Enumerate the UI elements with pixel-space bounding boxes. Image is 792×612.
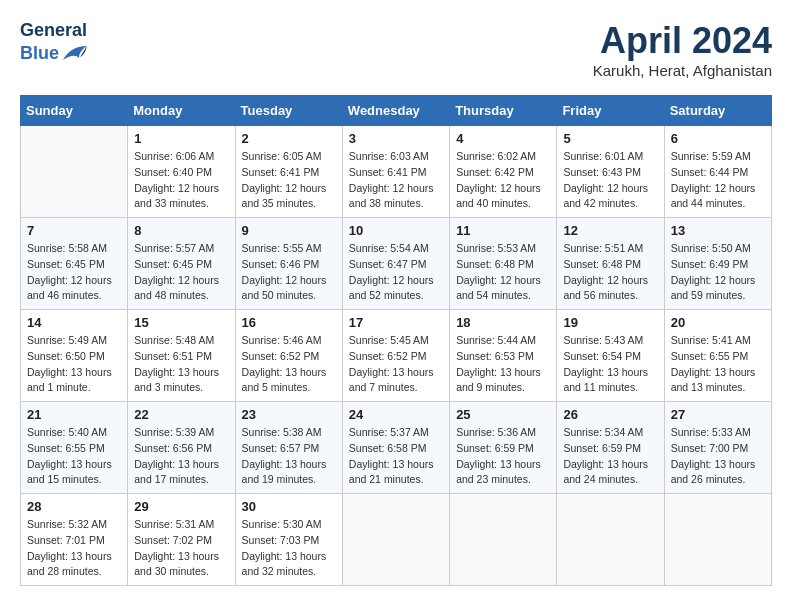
day-number: 1 [134, 131, 228, 146]
day-number: 2 [242, 131, 336, 146]
calendar-cell: 3Sunrise: 6:03 AM Sunset: 6:41 PM Daylig… [342, 126, 449, 218]
day-info: Sunrise: 5:45 AM Sunset: 6:52 PM Dayligh… [349, 333, 443, 396]
calendar-cell: 7Sunrise: 5:58 AM Sunset: 6:45 PM Daylig… [21, 218, 128, 310]
day-number: 15 [134, 315, 228, 330]
day-info: Sunrise: 5:40 AM Sunset: 6:55 PM Dayligh… [27, 425, 121, 488]
day-number: 23 [242, 407, 336, 422]
weekday-header: Sunday [21, 96, 128, 126]
weekday-header: Thursday [450, 96, 557, 126]
calendar-cell: 13Sunrise: 5:50 AM Sunset: 6:49 PM Dayli… [664, 218, 771, 310]
calendar-cell: 26Sunrise: 5:34 AM Sunset: 6:59 PM Dayli… [557, 402, 664, 494]
weekday-header: Wednesday [342, 96, 449, 126]
day-number: 10 [349, 223, 443, 238]
day-number: 6 [671, 131, 765, 146]
calendar-cell: 20Sunrise: 5:41 AM Sunset: 6:55 PM Dayli… [664, 310, 771, 402]
day-number: 20 [671, 315, 765, 330]
day-info: Sunrise: 5:38 AM Sunset: 6:57 PM Dayligh… [242, 425, 336, 488]
day-info: Sunrise: 5:37 AM Sunset: 6:58 PM Dayligh… [349, 425, 443, 488]
location: Karukh, Herat, Afghanistan [593, 62, 772, 79]
day-info: Sunrise: 5:55 AM Sunset: 6:46 PM Dayligh… [242, 241, 336, 304]
calendar-cell: 11Sunrise: 5:53 AM Sunset: 6:48 PM Dayli… [450, 218, 557, 310]
calendar-cell: 9Sunrise: 5:55 AM Sunset: 6:46 PM Daylig… [235, 218, 342, 310]
calendar-header: SundayMondayTuesdayWednesdayThursdayFrid… [21, 96, 772, 126]
day-number: 25 [456, 407, 550, 422]
calendar-cell: 19Sunrise: 5:43 AM Sunset: 6:54 PM Dayli… [557, 310, 664, 402]
day-number: 30 [242, 499, 336, 514]
calendar-cell: 14Sunrise: 5:49 AM Sunset: 6:50 PM Dayli… [21, 310, 128, 402]
calendar-cell: 27Sunrise: 5:33 AM Sunset: 7:00 PM Dayli… [664, 402, 771, 494]
day-info: Sunrise: 5:41 AM Sunset: 6:55 PM Dayligh… [671, 333, 765, 396]
day-number: 3 [349, 131, 443, 146]
day-number: 26 [563, 407, 657, 422]
month-title: April 2024 [593, 20, 772, 62]
calendar-cell: 6Sunrise: 5:59 AM Sunset: 6:44 PM Daylig… [664, 126, 771, 218]
calendar-cell: 21Sunrise: 5:40 AM Sunset: 6:55 PM Dayli… [21, 402, 128, 494]
day-info: Sunrise: 6:05 AM Sunset: 6:41 PM Dayligh… [242, 149, 336, 212]
day-number: 13 [671, 223, 765, 238]
calendar-cell: 22Sunrise: 5:39 AM Sunset: 6:56 PM Dayli… [128, 402, 235, 494]
calendar-table: SundayMondayTuesdayWednesdayThursdayFrid… [20, 95, 772, 586]
calendar-cell: 2Sunrise: 6:05 AM Sunset: 6:41 PM Daylig… [235, 126, 342, 218]
calendar-cell: 1Sunrise: 6:06 AM Sunset: 6:40 PM Daylig… [128, 126, 235, 218]
day-info: Sunrise: 6:02 AM Sunset: 6:42 PM Dayligh… [456, 149, 550, 212]
weekday-header: Monday [128, 96, 235, 126]
title-block: April 2024 Karukh, Herat, Afghanistan [593, 20, 772, 79]
calendar-cell: 17Sunrise: 5:45 AM Sunset: 6:52 PM Dayli… [342, 310, 449, 402]
day-number: 8 [134, 223, 228, 238]
calendar-cell: 25Sunrise: 5:36 AM Sunset: 6:59 PM Dayli… [450, 402, 557, 494]
calendar-cell: 30Sunrise: 5:30 AM Sunset: 7:03 PM Dayli… [235, 494, 342, 586]
day-number: 22 [134, 407, 228, 422]
calendar-cell: 29Sunrise: 5:31 AM Sunset: 7:02 PM Dayli… [128, 494, 235, 586]
day-info: Sunrise: 5:51 AM Sunset: 6:48 PM Dayligh… [563, 241, 657, 304]
day-info: Sunrise: 5:59 AM Sunset: 6:44 PM Dayligh… [671, 149, 765, 212]
calendar-cell [664, 494, 771, 586]
logo-text-line1: General [20, 20, 89, 42]
day-info: Sunrise: 5:54 AM Sunset: 6:47 PM Dayligh… [349, 241, 443, 304]
day-number: 5 [563, 131, 657, 146]
weekday-header: Saturday [664, 96, 771, 126]
day-info: Sunrise: 5:39 AM Sunset: 6:56 PM Dayligh… [134, 425, 228, 488]
logo-bird-icon [61, 42, 89, 66]
day-info: Sunrise: 6:01 AM Sunset: 6:43 PM Dayligh… [563, 149, 657, 212]
day-info: Sunrise: 5:46 AM Sunset: 6:52 PM Dayligh… [242, 333, 336, 396]
day-info: Sunrise: 5:33 AM Sunset: 7:00 PM Dayligh… [671, 425, 765, 488]
day-number: 9 [242, 223, 336, 238]
day-info: Sunrise: 5:44 AM Sunset: 6:53 PM Dayligh… [456, 333, 550, 396]
day-info: Sunrise: 5:43 AM Sunset: 6:54 PM Dayligh… [563, 333, 657, 396]
day-info: Sunrise: 5:57 AM Sunset: 6:45 PM Dayligh… [134, 241, 228, 304]
day-number: 17 [349, 315, 443, 330]
day-number: 12 [563, 223, 657, 238]
page-header: General Blue April 2024 Karukh, Herat, A… [20, 20, 772, 79]
day-info: Sunrise: 5:53 AM Sunset: 6:48 PM Dayligh… [456, 241, 550, 304]
calendar-cell [342, 494, 449, 586]
logo: General Blue [20, 20, 89, 66]
calendar-cell [450, 494, 557, 586]
weekday-header: Tuesday [235, 96, 342, 126]
day-info: Sunrise: 5:34 AM Sunset: 6:59 PM Dayligh… [563, 425, 657, 488]
day-number: 24 [349, 407, 443, 422]
day-number: 29 [134, 499, 228, 514]
day-number: 27 [671, 407, 765, 422]
calendar-cell: 15Sunrise: 5:48 AM Sunset: 6:51 PM Dayli… [128, 310, 235, 402]
day-info: Sunrise: 5:50 AM Sunset: 6:49 PM Dayligh… [671, 241, 765, 304]
calendar-cell: 18Sunrise: 5:44 AM Sunset: 6:53 PM Dayli… [450, 310, 557, 402]
day-number: 16 [242, 315, 336, 330]
day-number: 4 [456, 131, 550, 146]
calendar-cell [557, 494, 664, 586]
calendar-cell: 4Sunrise: 6:02 AM Sunset: 6:42 PM Daylig… [450, 126, 557, 218]
weekday-header: Friday [557, 96, 664, 126]
calendar-cell: 8Sunrise: 5:57 AM Sunset: 6:45 PM Daylig… [128, 218, 235, 310]
day-number: 14 [27, 315, 121, 330]
day-number: 19 [563, 315, 657, 330]
calendar-cell: 10Sunrise: 5:54 AM Sunset: 6:47 PM Dayli… [342, 218, 449, 310]
day-info: Sunrise: 6:06 AM Sunset: 6:40 PM Dayligh… [134, 149, 228, 212]
day-info: Sunrise: 5:49 AM Sunset: 6:50 PM Dayligh… [27, 333, 121, 396]
day-info: Sunrise: 5:31 AM Sunset: 7:02 PM Dayligh… [134, 517, 228, 580]
day-number: 21 [27, 407, 121, 422]
day-number: 28 [27, 499, 121, 514]
calendar-cell: 12Sunrise: 5:51 AM Sunset: 6:48 PM Dayli… [557, 218, 664, 310]
calendar-cell: 16Sunrise: 5:46 AM Sunset: 6:52 PM Dayli… [235, 310, 342, 402]
day-info: Sunrise: 6:03 AM Sunset: 6:41 PM Dayligh… [349, 149, 443, 212]
logo-text-line2: Blue [20, 43, 59, 65]
day-number: 18 [456, 315, 550, 330]
